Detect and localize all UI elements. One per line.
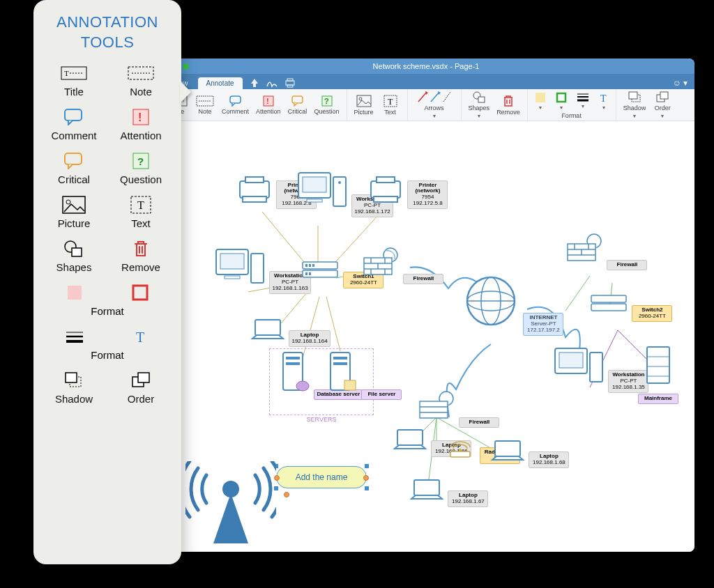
rib-order[interactable]: Order [650, 89, 675, 121]
node-printer-2[interactable]: Printer(network)7954192.172.5.8 [367, 176, 448, 209]
text-icon: T [128, 195, 154, 215]
svg-rect-51 [557, 93, 565, 102]
promo-format-fill [50, 283, 100, 302]
node-laptop-1[interactable]: Laptop192.168.1.164 [250, 318, 331, 347]
svg-rect-114 [333, 357, 347, 359]
svg-rect-50 [536, 93, 545, 102]
ribbon: TTitle Note Comment !Attention Critical … [158, 89, 694, 121]
promo-attention-tool: ! Attention [110, 107, 172, 141]
lineweight-icon [61, 327, 88, 346]
svg-rect-93 [305, 264, 307, 267]
zoom-dot[interactable] [183, 63, 189, 70]
node-laptop-4[interactable]: Laptop192.168.1.68 [489, 439, 569, 468]
canvas[interactable]: Printer(network)7960192.168.2.8 Workstat… [158, 121, 694, 552]
node-firewall-bottom[interactable]: Firewall [417, 390, 499, 428]
svg-rect-41 [357, 95, 371, 107]
annotation-callout[interactable]: Add the name [276, 466, 367, 488]
format-fill-icon [61, 283, 88, 302]
svg-rect-95 [312, 264, 314, 267]
rib-picture[interactable]: Picture [351, 93, 377, 117]
svg-rect-107 [255, 320, 280, 335]
signature-icon[interactable] [266, 78, 278, 88]
svg-rect-77 [245, 177, 264, 183]
node-internet[interactable]: INTERNETServer-PT172.17.197.2 [462, 273, 563, 336]
svg-rect-92 [303, 270, 337, 277]
titlebar[interactable]: Network scheme.vsdx - Page-1 [158, 59, 694, 74]
title-icon: T [61, 63, 87, 83]
svg-rect-90 [251, 254, 264, 283]
svg-rect-115 [333, 362, 347, 365]
rib-textcolor[interactable]: T [596, 91, 612, 112]
rib-question[interactable]: ?Question [312, 94, 342, 116]
rib-shadow[interactable]: Shadow [621, 89, 649, 121]
node-file-server[interactable]: File server [325, 351, 402, 400]
svg-rect-26 [138, 373, 149, 382]
app-window: Network scheme.vsdx - Page-1 View Annota… [158, 59, 694, 552]
svg-rect-132 [647, 347, 669, 383]
svg-rect-38 [292, 96, 303, 103]
diagram-page[interactable]: Printer(network)7960192.168.2.8 Workstat… [158, 121, 688, 552]
node-firewall-center[interactable]: Firewall [361, 247, 443, 284]
promo-title: ANNOTATIONTOOLS [43, 13, 172, 52]
promo-title-tool: T Title [43, 63, 105, 98]
feedback-smile[interactable]: ☺▾ [673, 78, 688, 89]
svg-rect-24 [66, 373, 77, 382]
svg-text:!: ! [138, 111, 142, 123]
promo-note-tool: Note [110, 63, 172, 98]
svg-rect-89 [225, 276, 240, 279]
question-icon: ? [128, 151, 154, 171]
promo-order-tool: Order [110, 371, 172, 405]
node-workstation-2[interactable]: WorkstationPC-PT192.168.1.163 [212, 247, 311, 294]
promo-shapes-tool: Shapes [43, 239, 105, 273]
node-laptop-3[interactable]: Laptop192.168.1.67 [409, 478, 488, 507]
promo-remove-tool: Remove [110, 239, 172, 273]
rib-comment[interactable]: Comment [219, 94, 252, 116]
comment-icon [61, 107, 87, 127]
svg-rect-8 [65, 153, 82, 164]
svg-rect-131 [590, 353, 602, 382]
svg-rect-94 [309, 264, 311, 267]
svg-rect-85 [377, 177, 395, 183]
text-color-icon: T [127, 327, 153, 346]
rib-attention[interactable]: !Attention [253, 94, 284, 116]
svg-rect-140 [397, 430, 423, 445]
wifi-illustration-icon [185, 461, 276, 548]
note-icon [128, 63, 154, 83]
callout-pointer [180, 81, 191, 103]
rib-note[interactable]: Note [192, 94, 218, 116]
node-mainframe[interactable]: Mainframe [629, 346, 688, 404]
rib-text[interactable]: TText [378, 93, 403, 117]
svg-rect-5 [65, 109, 82, 121]
tab-annotate[interactable]: Annotate [198, 77, 243, 89]
node-firewall-right[interactable]: Firewall [565, 233, 647, 270]
picture-icon [61, 195, 87, 215]
svg-rect-143 [495, 441, 520, 456]
rib-arrows[interactable]: Arrows [412, 89, 457, 121]
annotation-tools-promo: ANNOTATIONTOOLS T Title Note Comment ! A… [33, 0, 181, 564]
svg-rect-59 [660, 92, 668, 99]
shadow-icon [61, 371, 87, 390]
promo-question-tool: ? Question [110, 151, 172, 185]
node-switch-2[interactable]: Switch22960-24TT [588, 293, 672, 322]
rib-critical[interactable]: Critical [285, 94, 310, 116]
svg-point-109 [296, 381, 309, 391]
svg-text:T: T [136, 330, 144, 345]
rib-remove[interactable]: Remove [494, 93, 523, 117]
export-pdf-icon[interactable] [250, 78, 259, 88]
promo-lineweight [50, 327, 100, 346]
promo-comment-tool: Comment [43, 107, 105, 141]
rib-shapes[interactable]: Shapes [466, 89, 493, 121]
format-stroke-icon [127, 283, 153, 302]
rib-stroke[interactable] [553, 91, 570, 112]
remove-icon [128, 239, 154, 258]
svg-rect-111 [286, 362, 300, 365]
svg-rect-113 [344, 380, 356, 390]
rib-fill[interactable] [532, 91, 549, 112]
svg-rect-28 [287, 79, 293, 81]
svg-rect-11 [63, 196, 85, 213]
rib-linew[interactable] [574, 91, 592, 112]
print-icon[interactable] [284, 78, 296, 88]
svg-line-46 [431, 92, 439, 102]
promo-critical-tool: Critical [43, 151, 105, 185]
promo-text-tool: T Text [110, 195, 172, 229]
